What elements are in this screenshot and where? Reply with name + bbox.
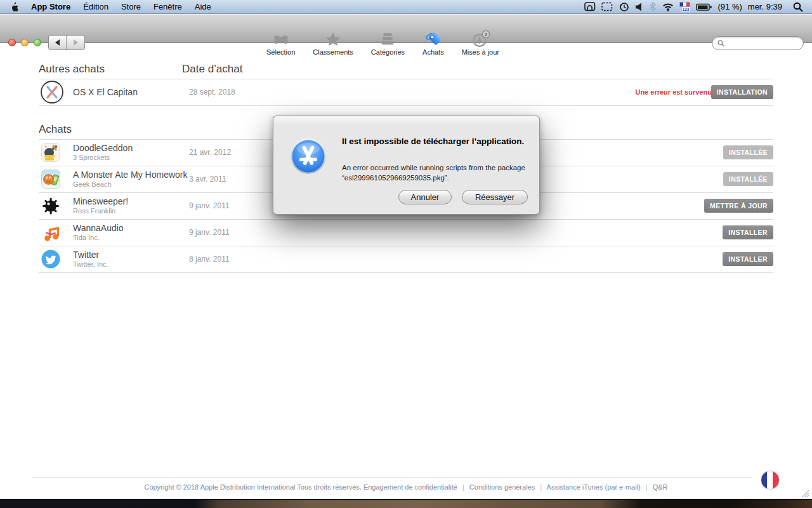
- copyright-text: Copyright © 2018 Apple Distribution Inte…: [144, 483, 361, 491]
- footer-link-faq[interactable]: Q&R: [653, 483, 668, 491]
- app-name[interactable]: Minesweeper!: [73, 196, 128, 206]
- footer-link-privacy[interactable]: Engagement de confidentialité: [363, 483, 457, 491]
- app-icon-minesweeper: [41, 196, 60, 215]
- app-developer: Tida Inc.: [73, 234, 100, 241]
- purchase-row-osx-el-capitan[interactable]: OS X El Capitan 28 sept. 2018 Une erreur…: [0, 79, 812, 105]
- dialog-titlebar[interactable]: [273, 116, 539, 124]
- install-button[interactable]: INSTALLER: [723, 225, 773, 239]
- resize-grip[interactable]: [798, 486, 809, 498]
- tab-label: Mises à jour: [462, 48, 499, 56]
- store-nav: Sélection Classements Catégories: [266, 30, 499, 56]
- tab-classements[interactable]: Classements: [313, 30, 353, 56]
- minimize-window-button[interactable]: [21, 39, 29, 46]
- tab-categories[interactable]: Catégories: [371, 30, 405, 56]
- app-developer: Geek Beach: [73, 180, 112, 188]
- install-button[interactable]: INSTALLER: [723, 252, 773, 266]
- tab-label: Catégories: [371, 48, 405, 56]
- back-button[interactable]: [49, 36, 67, 50]
- app-developer: Twitter, Inc.: [73, 260, 108, 268]
- input-source-flag-icon[interactable]: 123: [679, 2, 690, 12]
- retry-button[interactable]: Réessayer: [462, 190, 528, 204]
- menu-clock: mer. 9:39: [748, 2, 782, 11]
- search-field[interactable]: [712, 36, 804, 50]
- tab-mises-a-jour[interactable]: 2 Mises à jour: [462, 30, 499, 56]
- purchase-row-twitter[interactable]: Twitter Twitter, Inc. 8 janv. 2011 INSTA…: [0, 246, 812, 272]
- purchase-date: 8 janv. 2011: [189, 255, 230, 264]
- update-button[interactable]: METTRE À JOUR: [704, 199, 773, 213]
- updates-badge-count: 2: [485, 32, 488, 37]
- updates-icon: 2: [471, 30, 490, 48]
- footer: Copyright © 2018 Apple Distribution Inte…: [0, 483, 812, 491]
- app-name[interactable]: WannaAudio: [73, 223, 124, 233]
- purchases-page: Autres achats Date d’achat OS X El Capit…: [0, 43, 812, 499]
- close-window-button[interactable]: [8, 39, 16, 46]
- purchase-date: 28 sept. 2018: [189, 88, 235, 97]
- volume-icon[interactable]: [635, 2, 643, 12]
- app-icon-twitter: [41, 250, 60, 269]
- french-flag-icon: [679, 2, 690, 7]
- installation-button[interactable]: INSTALLATION: [711, 85, 773, 99]
- wifi-icon[interactable]: [662, 2, 674, 11]
- app-name[interactable]: DoodleGeddon: [73, 143, 133, 153]
- time-machine-icon[interactable]: [619, 1, 629, 12]
- installed-button[interactable]: INSTALLÉE: [723, 145, 773, 159]
- error-dialog: Il est impossible de télécharger l’appli…: [273, 116, 540, 215]
- toolbar: Sélection Classements Catégories: [0, 14, 812, 43]
- app-store-icon: [290, 138, 327, 175]
- footer-divider: [32, 477, 752, 478]
- tab-label: Classements: [313, 48, 353, 56]
- app-icon-a-monster-ate-my-homework: [41, 170, 60, 189]
- purchase-row-wannaaudio[interactable]: WannaAudio Tida Inc. 9 janv. 2011 INSTAL…: [0, 219, 812, 246]
- app-name[interactable]: A Monster Ate My Homework: [73, 170, 188, 180]
- menu-aide[interactable]: Aide: [188, 0, 218, 13]
- app-name[interactable]: OS X El Capitan: [73, 87, 138, 97]
- star-icon: [324, 30, 342, 48]
- dialog-title: Il est impossible de télécharger l’appli…: [342, 136, 532, 147]
- bluetooth-icon[interactable]: [648, 1, 657, 12]
- app-developer: Ross Franklin: [73, 207, 115, 215]
- selection-marquee-icon[interactable]: [601, 2, 613, 11]
- battery-percent: (91 %): [718, 2, 742, 11]
- menu-app-store[interactable]: App Store: [25, 0, 77, 13]
- purchase-date: 9 janv. 2011: [189, 228, 230, 237]
- app-icon-os-x-el-capitan: [40, 80, 64, 104]
- dialog-message: An error occurred while running scripts …: [342, 163, 534, 183]
- section-title-other-purchases: Autres achats: [39, 63, 105, 76]
- menu-edition[interactable]: Édition: [77, 0, 115, 13]
- column-header-purchase-date: Date d’achat: [182, 63, 242, 76]
- tab-achats-active[interactable]: Achats: [422, 30, 444, 56]
- cancel-button[interactable]: Annuler: [398, 190, 452, 204]
- zoom-window-button[interactable]: [34, 39, 41, 46]
- desktop-background: [0, 499, 812, 508]
- apple-menu-icon[interactable]: [0, 2, 25, 12]
- app-developer: 3 Sprockets: [73, 154, 110, 161]
- spotlight-icon[interactable]: [793, 2, 803, 12]
- battery-icon[interactable]: [696, 2, 712, 12]
- footer-link-support[interactable]: Assistance iTunes (par e-mail): [547, 483, 641, 491]
- input-source-badge: 123: [682, 7, 690, 11]
- search-input[interactable]: [727, 39, 798, 48]
- error-status-text: Une erreur est survenue: [635, 88, 716, 96]
- purchase-date: 9 janv. 2011: [189, 201, 230, 210]
- forward-button[interactable]: [67, 36, 84, 50]
- screen: App Store Édition Store Fenêtre Aide: [0, 0, 812, 508]
- menu-store[interactable]: Store: [115, 0, 147, 13]
- purchase-date: 3 avr. 2011: [189, 175, 226, 184]
- history-nav: [48, 35, 85, 50]
- country-flag-button[interactable]: [761, 471, 780, 490]
- menu-bar: App Store Édition Store Fenêtre Aide: [0, 0, 812, 14]
- search-icon: [717, 39, 724, 47]
- installed-button[interactable]: INSTALLÉE: [723, 172, 773, 186]
- app-name[interactable]: Twitter: [73, 250, 99, 260]
- tab-selection[interactable]: Sélection: [266, 30, 295, 56]
- categories-stack-icon: [379, 30, 396, 48]
- footer-link-terms[interactable]: Conditions générales: [469, 483, 535, 491]
- purchases-tag-icon: [423, 30, 443, 48]
- tab-label: Sélection: [266, 48, 295, 56]
- featured-icon: [272, 30, 291, 48]
- display-menu-icon[interactable]: [584, 2, 596, 11]
- app-icon-wannaaudio: [41, 223, 60, 242]
- tab-label: Achats: [422, 48, 444, 56]
- menu-fenetre[interactable]: Fenêtre: [147, 0, 188, 13]
- purchase-date: 21 avr. 2012: [189, 148, 231, 157]
